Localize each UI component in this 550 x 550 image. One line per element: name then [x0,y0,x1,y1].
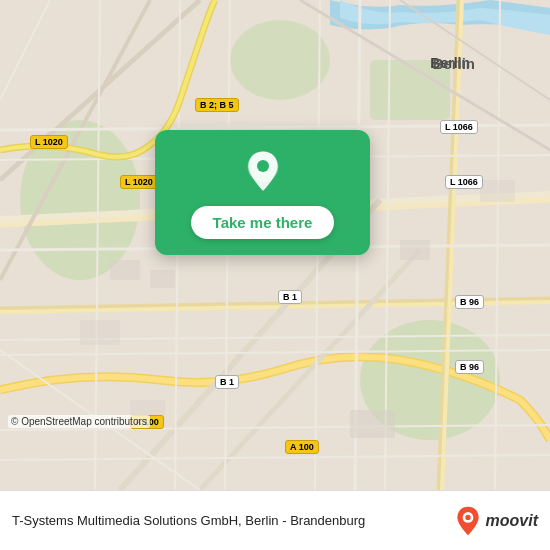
road-badge-l1066a: L 1066 [440,120,478,134]
road-badge-l1020b: L 1020 [120,175,158,189]
svg-rect-33 [110,260,140,280]
location-name-text: T-Systems Multimedia Solutions GmbH, Ber… [12,513,444,528]
road-badge-b2b5: B 2; B 5 [195,98,239,112]
svg-point-45 [465,514,470,519]
road-badge-b96b: B 96 [455,360,484,374]
map-container: Berlin B 2; B 5 L 1020 L 1020 L 1066 L 1… [0,0,550,490]
road-badge-l1066b: L 1066 [445,175,483,189]
location-card: Take me there [155,130,370,255]
road-badge-l1020a: L 1020 [30,135,68,149]
svg-point-43 [257,160,269,172]
svg-rect-39 [350,410,395,438]
moovit-logo: moovit [454,505,538,537]
bottom-bar: T-Systems Multimedia Solutions GmbH, Ber… [0,490,550,550]
road-badge-b96a: B 96 [455,295,484,309]
svg-rect-37 [80,320,120,345]
svg-rect-36 [400,240,430,260]
svg-rect-34 [150,270,175,288]
moovit-pin-icon [454,505,482,537]
svg-rect-4 [370,60,450,120]
road-badge-b1b: B 1 [215,375,239,389]
take-me-there-button[interactable]: Take me there [191,206,335,239]
svg-point-3 [230,20,330,100]
road-badge-a100b: A 100 [285,440,319,454]
svg-rect-38 [480,180,515,202]
osm-copyright: © OpenStreetMap contributors [8,415,150,428]
location-pin-icon [239,148,287,196]
road-badge-b1a: B 1 [278,290,302,304]
moovit-brand-text: moovit [486,512,538,530]
